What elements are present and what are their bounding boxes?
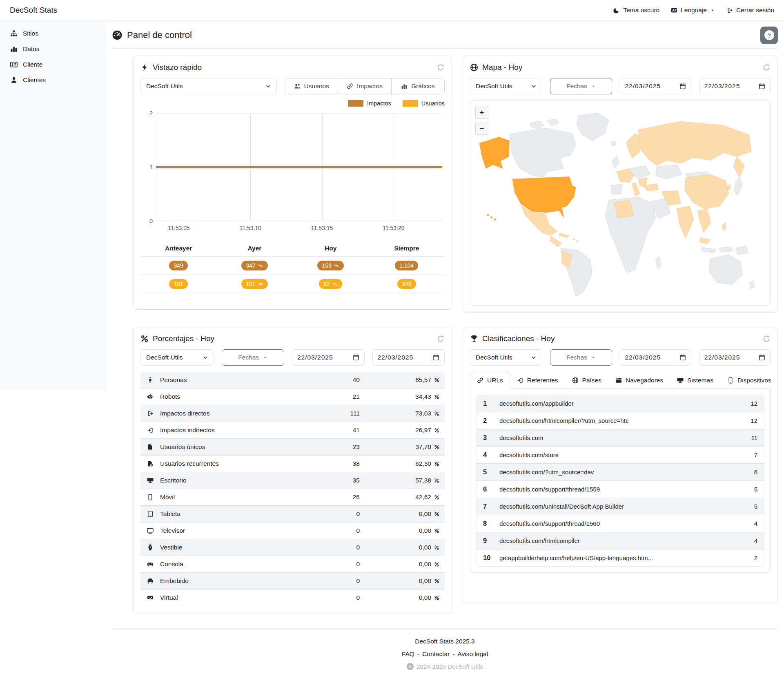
percent-icon	[434, 495, 439, 500]
site-select[interactable]: DecSoft Utils	[140, 78, 277, 94]
app-brand[interactable]: DecSoft Stats	[10, 6, 57, 15]
tab-referentes[interactable]: Referentes	[510, 372, 565, 389]
percent-icon	[434, 545, 439, 550]
question-mark-icon: ?	[764, 30, 774, 40]
card-title-text: Vistazo rápido	[153, 63, 202, 72]
date-from-input[interactable]: 22/03/2025	[292, 349, 365, 366]
phone-icon	[727, 377, 734, 384]
map-zoom-controls: + −	[475, 106, 488, 135]
impactos-badge: 349	[169, 261, 187, 270]
site-select-value: DecSoft Utils	[146, 83, 183, 90]
impactos-badge: 347	[241, 261, 267, 270]
x-tick-label: 11:53:15	[311, 225, 333, 231]
site-select[interactable]: DecSoft Utils	[470, 349, 542, 366]
card-title-text: Clasificaciones - Hoy	[482, 334, 555, 343]
percent-icon	[434, 377, 439, 383]
help-button[interactable]: ?	[760, 27, 778, 44]
logout-button[interactable]: Cerrar sesión	[726, 7, 774, 14]
legal-link[interactable]: Aviso legal	[457, 650, 488, 658]
date-to-input[interactable]: 22/03/2025	[372, 349, 445, 366]
usuarios-view-button[interactable]: Usuarios	[285, 78, 338, 94]
sidebar-item-clientes[interactable]: Clientes	[0, 72, 106, 88]
percentages-card: Porcentajes - Hoy DecSoft Utils Fechas 2…	[133, 327, 452, 614]
refresh-icon[interactable]	[437, 335, 445, 343]
translate-icon	[671, 7, 677, 13]
percent-icon	[434, 528, 439, 534]
box-arrow-in-right-icon	[517, 377, 523, 384]
table-row-impactos-directos: Impactos directos11173,03	[140, 405, 445, 422]
percentages-controls: DecSoft Utils Fechas 22/03/2025 22/03/20…	[140, 349, 445, 366]
date-to-input[interactable]: 22/03/2025	[699, 349, 771, 366]
impactos-badge: 153	[317, 261, 343, 270]
button-label: Impactos	[357, 83, 383, 90]
sidebar-item-datos[interactable]: Datos	[0, 41, 106, 57]
y-tick-label: 1	[142, 164, 153, 170]
usuarios-swatch	[403, 100, 418, 107]
percent-icon	[434, 578, 439, 584]
gamepad-icon	[147, 561, 154, 567]
world-map[interactable]: + −	[470, 101, 771, 306]
tab-navegadores[interactable]: Navegadores	[608, 372, 670, 389]
id-card-icon	[10, 61, 18, 68]
footer: DecSoft Stats 2025.3 FAQ - Contactar - A…	[112, 638, 778, 670]
sidebar-item-label: Datos	[23, 45, 40, 53]
site-select-value: DecSoft Utils	[146, 354, 183, 361]
site-select[interactable]: DecSoft Utils	[140, 349, 214, 366]
file-plus-icon	[147, 460, 154, 467]
dates-dropdown-button[interactable]: Fechas	[550, 349, 612, 366]
date-from-input[interactable]: 22/03/2025	[620, 349, 691, 366]
tablet-icon	[147, 511, 154, 517]
date-value: 22/03/2025	[704, 83, 740, 90]
button-label: Usuarios	[304, 83, 329, 90]
table-row-impactos-indirectos: Impactos indirectos4126,97	[140, 422, 445, 438]
calendar-icon	[759, 354, 765, 361]
realtime-line-chart: 2 1 0 11:53:05 11:53:10 11:53:15 11:53:2…	[140, 110, 445, 236]
faq-link[interactable]: FAQ	[402, 650, 414, 658]
date-value: 22/03/2025	[704, 354, 740, 361]
percent-icon	[434, 595, 439, 601]
refresh-icon[interactable]	[762, 63, 771, 71]
table-row-movil: Móvil2642,62	[140, 489, 445, 505]
tab-paises[interactable]: Países	[565, 372, 608, 389]
trend-down-icon	[258, 263, 263, 268]
app-version: DecSoft Stats 2025.3	[112, 638, 778, 645]
tab-sistemas[interactable]: Sistemas	[670, 372, 720, 389]
tab-urls[interactable]: URLs	[470, 372, 510, 389]
impactos-view-button[interactable]: Impactos	[338, 78, 391, 94]
copyright: © 2024-2025 DecSoft Utils	[112, 663, 778, 670]
refresh-icon[interactable]	[437, 63, 445, 71]
site-select[interactable]: DecSoft Utils	[470, 78, 542, 94]
dates-dropdown-button[interactable]: Fechas	[550, 78, 612, 94]
list-item: 2decsoftutils.com/htmlcompiler/?utm_sour…	[477, 412, 764, 429]
contact-link[interactable]: Contactar	[422, 650, 450, 658]
date-to-input[interactable]: 22/03/2025	[699, 78, 771, 94]
language-menu[interactable]: Lenguaje	[671, 7, 715, 14]
trend-down-icon	[332, 281, 338, 287]
list-item: 4decsoftutils.com/store7	[477, 446, 764, 463]
date-from-input[interactable]: 22/03/2025	[620, 78, 691, 94]
globe-icon	[470, 63, 478, 71]
dates-dropdown-button[interactable]: Fechas	[222, 349, 285, 366]
tab-dispositivos[interactable]: Dispositivos	[720, 372, 778, 389]
date-value: 22/03/2025	[378, 354, 414, 361]
browser-window-icon	[615, 377, 622, 384]
percent-icon	[434, 411, 439, 416]
file-icon	[147, 444, 154, 450]
zoom-in-button[interactable]: +	[475, 106, 488, 119]
list-item: 9decsoftutils.com/htmlcompiler4	[477, 532, 764, 549]
link-icon	[347, 83, 353, 89]
dates-label: Fechas	[566, 354, 587, 361]
graficos-view-button[interactable]: Gráficos	[391, 78, 444, 94]
sidebar-item-sitios[interactable]: Sitios	[0, 26, 106, 41]
sidebar-item-cliente[interactable]: Cliente	[0, 57, 106, 72]
zoom-out-button[interactable]: −	[475, 122, 488, 135]
chevron-down-icon	[531, 355, 537, 360]
theme-toggle[interactable]: Tema oscuro	[613, 7, 659, 14]
refresh-icon[interactable]	[762, 335, 771, 343]
percent-icon	[434, 461, 439, 467]
table-row-tableta: Tableta00,00	[140, 505, 445, 522]
map-card-header: Mapa - Hoy	[470, 63, 771, 72]
dates-label: Fechas	[566, 83, 587, 90]
percent-icon	[434, 478, 439, 483]
list-item: 1decsoftutils.com/appbuilder12	[477, 395, 764, 412]
